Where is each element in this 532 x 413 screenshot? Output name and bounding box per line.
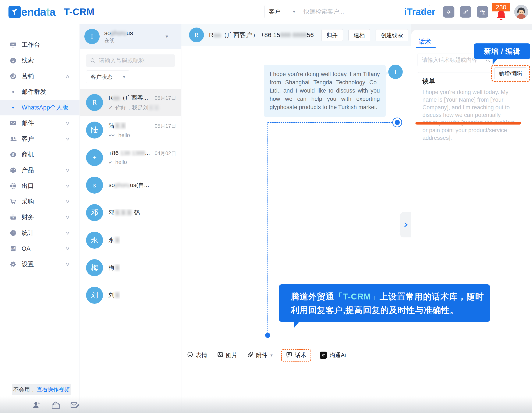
svg-text:$: $ xyxy=(12,153,14,157)
sidebar-item-settings[interactable]: 设置∨ xyxy=(0,257,79,272)
export-icon xyxy=(9,182,17,190)
sidebar-item-statistics[interactable]: 统计∨ xyxy=(0,225,79,241)
chat-list-item[interactable]: 刘刘某 xyxy=(80,282,181,309)
sidebar-item-export[interactable]: 出口∨ xyxy=(0,178,79,194)
contact-name: 永某 xyxy=(109,236,120,244)
emoji-tool-button[interactable]: 表情 xyxy=(187,351,207,359)
sidebar-item-whatsapp-personal[interactable]: WhatsApp个人版 xyxy=(0,100,79,115)
sidebar-item-customers[interactable]: 客户∨ xyxy=(0,131,79,147)
tool-label: 附件 xyxy=(256,351,267,359)
contact-name: 梅某 xyxy=(109,264,120,272)
sidebar-item-workbench[interactable]: 工作台 xyxy=(0,37,79,53)
contact-name: Raa（广西客... xyxy=(109,94,148,102)
notifications[interactable]: 230 xyxy=(494,3,509,22)
chat-list-item[interactable]: 永永某 xyxy=(80,226,181,254)
customer-status-filter[interactable]: 客户状态 ▾ xyxy=(86,71,129,83)
account-dropdown-icon[interactable]: ▾ xyxy=(166,34,168,39)
gpt-icon[interactable] xyxy=(443,6,455,18)
chat-list-item[interactable]: ++86 138 1388...04月02日✓hello xyxy=(80,144,181,171)
account-name: sophoruus xyxy=(104,30,133,37)
ai-tool-button[interactable]: 沟通Ai xyxy=(320,351,346,359)
tab-script[interactable]: 话术 xyxy=(419,37,431,46)
sidebar-item-procurement[interactable]: 采购∨ xyxy=(0,194,79,210)
annotation-ring-dot xyxy=(392,118,402,127)
sidebar-item-label: 设置 xyxy=(22,260,34,268)
contact-avatar: 陆 xyxy=(86,122,103,138)
product-icon xyxy=(9,166,17,174)
contact-name: 刘某 xyxy=(109,291,120,299)
sidebar-item-leads[interactable]: 线索 xyxy=(0,53,79,68)
sidebar-item-label: 财务 xyxy=(22,213,34,221)
sidebar-item-mail-bulk[interactable]: 邮件群发 xyxy=(0,84,79,100)
annotation-underline xyxy=(415,122,521,125)
sidebar-item-marketing[interactable]: 营销∧ xyxy=(0,68,79,84)
chevron-down-icon: ∨ xyxy=(65,215,70,220)
account-avatar: I xyxy=(84,29,100,44)
contact-name: sophoruus(自... xyxy=(109,181,149,189)
svg-text:¥: ¥ xyxy=(12,216,14,220)
annotation-dot xyxy=(265,333,270,338)
settings-icon xyxy=(9,260,17,268)
chevron-down-icon: ∨ xyxy=(65,230,70,236)
sidebar-item-label: WhatsApp个人版 xyxy=(22,103,68,112)
bullet-icon xyxy=(12,91,14,93)
chat-area: R Raa（广西客户） +86 15888 888856 归并建档创建线索 I … xyxy=(181,24,411,413)
search-category-select[interactable]: 客户 ▾ xyxy=(265,5,299,18)
user-avatar[interactable] xyxy=(514,5,528,19)
chat-list-item[interactable]: 陆陆某某05月17日✓✓hello xyxy=(80,116,181,144)
last-message-date: 05月17日 xyxy=(155,95,176,101)
chevron-down-icon: ∨ xyxy=(65,199,70,204)
chat-list-item[interactable]: 梅梅某 xyxy=(80,254,181,282)
link-icon[interactable] xyxy=(460,6,471,18)
image-tool-button[interactable]: 图片 xyxy=(217,351,238,359)
chat-list-item[interactable]: RRaa（广西客...05月17日✓你好，我是刘某某 xyxy=(80,89,181,116)
chat-list-item[interactable]: ssophoruus(自... xyxy=(80,171,181,199)
contact-name: 邓某某某 鹤 xyxy=(109,209,140,217)
script-card-body: I hope you're doing well today. My name … xyxy=(422,88,515,142)
sidebar-item-product[interactable]: 产品∨ xyxy=(0,162,79,178)
add-edit-button[interactable]: 新增/编辑 xyxy=(494,67,527,79)
message-ticks-icon: ✓✓ xyxy=(109,132,116,138)
account-header[interactable]: I sophoruus 在线 ▾ xyxy=(80,24,181,49)
sidebar-item-label: 客户 xyxy=(22,135,34,143)
archive-button[interactable]: 建档 xyxy=(348,29,370,41)
sidebar-item-oa[interactable]: OAOA∨ xyxy=(0,241,79,257)
dropdown-arrow-icon: ▾ xyxy=(270,353,273,358)
header-right: iTrader En文 230 xyxy=(404,0,528,24)
contact-avatar: 梅 xyxy=(86,259,103,276)
message-toolbar: 表情图片附件▾话术沟通Ai xyxy=(181,349,411,361)
translate-icon[interactable]: En文 xyxy=(477,6,488,18)
last-message-preview: hello xyxy=(115,159,127,165)
marketing-callout: 腾道外贸通「T-CRM」上设置常用的话术库，随时 利用回复客户,提高回复的及时性… xyxy=(279,284,490,322)
compose-mail-icon[interactable] xyxy=(70,400,80,411)
emoji-icon xyxy=(187,351,193,359)
attachment-tool-button[interactable]: 附件▾ xyxy=(247,351,273,359)
open-mail-icon[interactable] xyxy=(51,400,61,411)
merge-button[interactable]: 归并 xyxy=(321,29,343,41)
marketing-icon xyxy=(9,73,17,80)
create-lead-button[interactable]: 创建线索 xyxy=(376,29,408,41)
sidebar-item-finance[interactable]: ¥财务∨ xyxy=(0,210,79,225)
sidebar-item-mail[interactable]: 邮件∨ xyxy=(0,115,79,131)
last-message-date: 05月17日 xyxy=(155,123,176,129)
add-edit-tooltip: 新增 / 编辑 xyxy=(474,43,530,59)
sidebar-item-label: 邮件 xyxy=(22,119,34,128)
filter-label: 客户状态 xyxy=(91,73,113,81)
chat-list-item[interactable]: 邓邓某某某 鹤 xyxy=(80,199,181,226)
script-search-placeholder: 请输入话术标题或内容 xyxy=(422,56,477,64)
panel-collapse-handle[interactable] xyxy=(400,212,411,238)
contact-search-input[interactable]: 请输入号码或昵称 xyxy=(86,55,175,67)
search-category-label: 客户 xyxy=(269,8,280,16)
sidebar-item-label: 邮件群发 xyxy=(22,88,46,96)
sidebar-item-opportunity[interactable]: $商机 xyxy=(0,147,79,162)
sidebar-item-label: 工作台 xyxy=(22,41,40,49)
procurement-icon xyxy=(9,198,17,205)
sidebar-item-label: 线索 xyxy=(22,56,34,65)
watch-video-link[interactable]: 查看操作视频 xyxy=(37,386,70,393)
script-panel: 话术 请输入话术标题或内容 新增 / 编辑 新增/编辑 谈单 I hope yo… xyxy=(411,24,532,413)
script-tool-button[interactable]: 话术 xyxy=(281,349,311,362)
sidebar-item-label: 产品 xyxy=(22,166,34,174)
chevron-down-icon: ∨ xyxy=(65,262,70,267)
add-contact-icon[interactable] xyxy=(32,400,42,411)
contact-avatar: R xyxy=(86,94,103,111)
